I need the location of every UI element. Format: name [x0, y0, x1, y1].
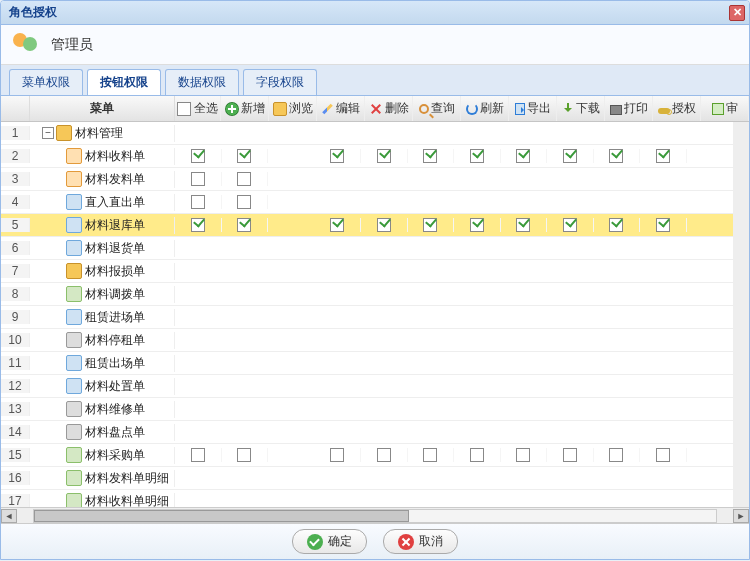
- table-row[interactable]: 3材料发料单: [1, 168, 733, 191]
- cell-refresh[interactable]: [454, 448, 500, 462]
- table-row[interactable]: 11租赁出场单: [1, 352, 733, 375]
- cell-export[interactable]: [501, 149, 547, 163]
- cell-print[interactable]: [594, 448, 640, 462]
- checkbox[interactable]: [237, 172, 251, 186]
- cell-auth[interactable]: [640, 448, 686, 462]
- menu-cell[interactable]: 材料采购单: [30, 447, 175, 464]
- menu-cell[interactable]: 材料收料单明细: [30, 493, 175, 508]
- tab-1[interactable]: 按钮权限: [87, 69, 161, 95]
- menu-cell[interactable]: 材料调拨单: [30, 286, 175, 303]
- scroll-track[interactable]: [33, 509, 717, 523]
- table-row[interactable]: 9租赁进场单: [1, 306, 733, 329]
- menu-cell[interactable]: 直入直出单: [30, 194, 175, 211]
- select-all-checkbox[interactable]: [177, 102, 191, 116]
- scroll-thumb[interactable]: [34, 510, 409, 522]
- checkbox[interactable]: [563, 448, 577, 462]
- col-download[interactable]: 下载: [557, 96, 605, 121]
- cell-delete[interactable]: [361, 448, 407, 462]
- table-row[interactable]: 13材料维修单: [1, 398, 733, 421]
- cell-query[interactable]: [408, 448, 454, 462]
- checkbox[interactable]: [191, 218, 205, 232]
- menu-cell[interactable]: −材料管理: [30, 125, 175, 142]
- tab-0[interactable]: 菜单权限: [9, 69, 83, 95]
- checkbox[interactable]: [237, 448, 251, 462]
- checkbox[interactable]: [470, 448, 484, 462]
- checkbox[interactable]: [516, 149, 530, 163]
- col-delete[interactable]: 删除: [365, 96, 413, 121]
- checkbox[interactable]: [191, 448, 205, 462]
- checkbox[interactable]: [330, 218, 344, 232]
- table-row[interactable]: 16材料发料单明细: [1, 467, 733, 490]
- cell-edit[interactable]: [315, 448, 361, 462]
- cell-add[interactable]: [222, 195, 268, 209]
- tab-2[interactable]: 数据权限: [165, 69, 239, 95]
- cell-download[interactable]: [547, 218, 593, 232]
- checkbox[interactable]: [237, 149, 251, 163]
- table-row[interactable]: 6材料退货单: [1, 237, 733, 260]
- checkbox[interactable]: [656, 218, 670, 232]
- grid-body[interactable]: 1−材料管理2材料收料单3材料发料单4直入直出单5材料退库单6材料退货单7材料报…: [1, 122, 733, 507]
- col-refresh[interactable]: 刷新: [461, 96, 509, 121]
- cell-edit[interactable]: [315, 218, 361, 232]
- table-row[interactable]: 7材料报损单: [1, 260, 733, 283]
- checkbox[interactable]: [563, 149, 577, 163]
- checkbox[interactable]: [423, 448, 437, 462]
- table-row[interactable]: 12材料处置单: [1, 375, 733, 398]
- cell-add[interactable]: [222, 149, 268, 163]
- cell-all[interactable]: [175, 218, 221, 232]
- ok-button[interactable]: 确定: [292, 529, 367, 554]
- checkbox[interactable]: [423, 149, 437, 163]
- tab-3[interactable]: 字段权限: [243, 69, 317, 95]
- tree-toggle-icon[interactable]: −: [42, 127, 54, 139]
- checkbox[interactable]: [516, 218, 530, 232]
- cell-edit[interactable]: [315, 149, 361, 163]
- table-row[interactable]: 17材料收料单明细: [1, 490, 733, 507]
- col-select-all[interactable]: 全选: [175, 96, 221, 121]
- checkbox[interactable]: [470, 149, 484, 163]
- cancel-button[interactable]: 取消: [383, 529, 458, 554]
- table-row[interactable]: 10材料停租单: [1, 329, 733, 352]
- col-auth[interactable]: 授权: [653, 96, 701, 121]
- table-row[interactable]: 15材料采购单: [1, 444, 733, 467]
- cell-add[interactable]: [222, 172, 268, 186]
- cell-all[interactable]: [175, 448, 221, 462]
- menu-cell[interactable]: 材料退货单: [30, 240, 175, 257]
- cell-download[interactable]: [547, 448, 593, 462]
- scroll-left-icon[interactable]: ◄: [1, 509, 17, 523]
- cell-all[interactable]: [175, 195, 221, 209]
- table-row[interactable]: 4直入直出单: [1, 191, 733, 214]
- menu-cell[interactable]: 材料报损单: [30, 263, 175, 280]
- menu-cell[interactable]: 材料处置单: [30, 378, 175, 395]
- checkbox[interactable]: [330, 448, 344, 462]
- checkbox[interactable]: [191, 149, 205, 163]
- menu-cell[interactable]: 材料盘点单: [30, 424, 175, 441]
- cell-print[interactable]: [594, 149, 640, 163]
- checkbox[interactable]: [377, 218, 391, 232]
- checkbox[interactable]: [377, 149, 391, 163]
- menu-cell[interactable]: 租赁出场单: [30, 355, 175, 372]
- col-add[interactable]: 新增: [221, 96, 269, 121]
- menu-cell[interactable]: 材料维修单: [30, 401, 175, 418]
- menu-cell[interactable]: 材料收料单: [30, 148, 175, 165]
- cell-print[interactable]: [594, 218, 640, 232]
- checkbox[interactable]: [609, 448, 623, 462]
- checkbox[interactable]: [191, 195, 205, 209]
- menu-cell[interactable]: 材料发料单明细: [30, 470, 175, 487]
- checkbox[interactable]: [656, 149, 670, 163]
- cell-refresh[interactable]: [454, 218, 500, 232]
- col-export[interactable]: 导出: [509, 96, 557, 121]
- checkbox[interactable]: [470, 218, 484, 232]
- cell-query[interactable]: [408, 218, 454, 232]
- cell-export[interactable]: [501, 448, 547, 462]
- cell-delete[interactable]: [361, 149, 407, 163]
- checkbox[interactable]: [656, 448, 670, 462]
- checkbox[interactable]: [423, 218, 437, 232]
- table-row[interactable]: 5材料退库单: [1, 214, 733, 237]
- checkbox[interactable]: [330, 149, 344, 163]
- table-row[interactable]: 2材料收料单: [1, 145, 733, 168]
- checkbox[interactable]: [377, 448, 391, 462]
- col-print[interactable]: 打印: [605, 96, 653, 121]
- cell-all[interactable]: [175, 172, 221, 186]
- checkbox[interactable]: [609, 149, 623, 163]
- scroll-right-icon[interactable]: ►: [733, 509, 749, 523]
